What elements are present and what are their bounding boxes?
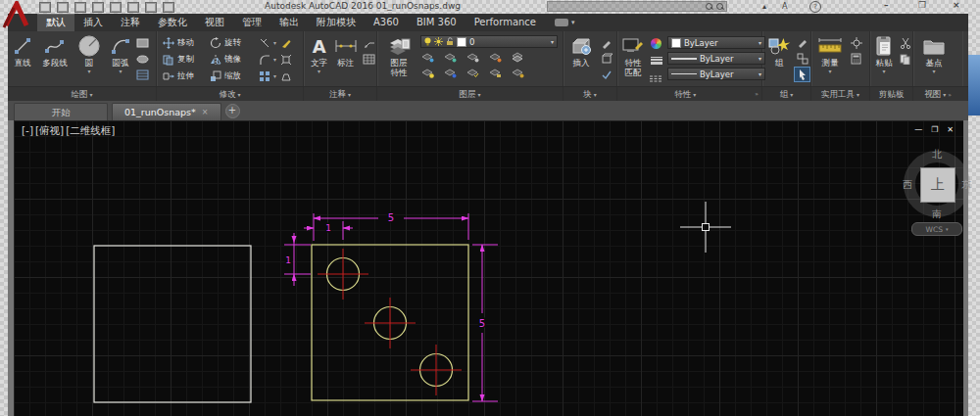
panel-label-modify[interactable]: 修改▾ <box>157 87 304 102</box>
cut-button[interactable] <box>898 36 912 50</box>
paste-button[interactable]: 粘贴 ▾ <box>873 34 895 73</box>
viewcube-south[interactable]: 南 <box>932 208 942 221</box>
hatch-button[interactable] <box>135 68 150 81</box>
ribbon-tab-addins[interactable]: 附加模块 <box>308 14 365 31</box>
dialog-launcher-icon[interactable]: » <box>755 87 759 101</box>
ribbon-tab-output[interactable]: 输出 <box>270 14 308 31</box>
layer-unlock2-button[interactable] <box>488 66 503 79</box>
layer-properties-button[interactable]: 图层 特性 <box>382 34 416 77</box>
redo-icon[interactable] <box>145 2 157 13</box>
panel-label-clipboard[interactable]: 剪贴板 <box>870 87 913 102</box>
trim-button[interactable] <box>257 36 271 50</box>
lineweight-dropdown[interactable]: ByLayer ▾ <box>667 52 765 65</box>
array-button[interactable] <box>257 69 271 83</box>
ribbon-tab-manage[interactable]: 管理 <box>233 14 270 31</box>
ribbon-tab-bim360[interactable]: BIM 360 <box>408 14 466 31</box>
ribbon-tab-a360[interactable]: A360 <box>365 14 408 31</box>
layer-off-button[interactable] <box>420 50 435 64</box>
object-color-dropdown[interactable]: ByLayer ▾ <box>667 36 765 49</box>
file-tab-close-icon[interactable]: × <box>202 104 209 120</box>
layer-lock-button[interactable] <box>488 50 503 64</box>
group-selection-toggle[interactable] <box>795 68 809 81</box>
plot-icon[interactable] <box>110 2 122 13</box>
panel-label-annotate[interactable]: 注释▾ <box>304 87 377 102</box>
lineweight-list-button[interactable] <box>649 54 663 68</box>
ribbon-tab-parametric[interactable]: 参数化 <box>149 14 196 31</box>
dimension-button[interactable]: 标注 <box>333 34 358 68</box>
measure-button[interactable]: 测量 ▾ <box>815 34 845 73</box>
block-create-button[interactable] <box>599 52 613 66</box>
panel-label-draw[interactable]: 绘图▾ <box>8 87 157 102</box>
infocenter-search-input[interactable] <box>547 1 727 12</box>
save-as-icon[interactable] <box>92 2 104 13</box>
ribbon-tab-view[interactable]: 视图 <box>196 14 233 31</box>
linetype-list-button[interactable] <box>649 71 663 85</box>
window-minimize-button[interactable]: – <box>884 0 889 10</box>
layer-make-current-button[interactable] <box>420 66 435 79</box>
offset-button[interactable] <box>278 69 293 83</box>
layer-match-button[interactable] <box>511 50 525 64</box>
layer-merge-button[interactable] <box>511 66 525 79</box>
text-button[interactable]: A 文字 ▾ <box>309 34 329 73</box>
autocad-logo-icon[interactable] <box>2 1 29 28</box>
signin-icon[interactable]: ▴ <box>762 2 766 11</box>
viewcube-north[interactable]: 北 <box>932 148 942 162</box>
rotate-button[interactable]: 旋转 <box>210 37 255 49</box>
insert-block-button[interactable]: 插入 <box>567 34 595 68</box>
block-edit-button[interactable] <box>599 36 613 50</box>
copy-button[interactable]: 复制 <box>163 54 208 66</box>
block-attribute-button[interactable] <box>599 68 613 81</box>
group-button[interactable]: 组 <box>766 34 792 68</box>
layer-prev-button[interactable] <box>443 66 458 79</box>
ribbon-tab-insert[interactable]: 插入 <box>74 14 112 31</box>
line-button[interactable]: 直线 <box>8 34 37 68</box>
save-icon[interactable] <box>74 2 86 13</box>
a360-icon[interactable]: A <box>782 2 787 11</box>
wcs-dropdown[interactable]: WCS ▾ <box>911 222 962 236</box>
layer-state-button[interactable] <box>466 66 480 79</box>
id-point-button[interactable] <box>849 36 863 50</box>
layer-freeze-button[interactable] <box>466 50 480 64</box>
color-wheel-button[interactable] <box>649 36 663 50</box>
panel-label-layers[interactable]: 图层▾ <box>377 87 564 102</box>
panel-label-properties[interactable]: 特性▾» <box>617 87 762 102</box>
help-icon[interactable]: ? <box>809 1 821 13</box>
panel-label-utilities[interactable]: 实用工具▾ <box>811 87 870 102</box>
leader-button[interactable] <box>362 36 376 50</box>
undo-icon[interactable] <box>127 2 139 13</box>
viewcube-east[interactable]: 东 <box>961 178 971 192</box>
ribbon-tab-home[interactable]: 默认 <box>37 14 74 31</box>
model-space-canvas[interactable]: [-] [俯视] [二维线框] — ❐ ✕ <box>14 120 963 416</box>
arc-button[interactable]: 圆弧 ▾ <box>106 34 135 73</box>
base-view-button[interactable]: 基点 ▾ <box>919 34 949 73</box>
move-button[interactable]: 移动 <box>163 37 208 49</box>
layer-select-dropdown[interactable]: 0 ▾ <box>420 35 558 48</box>
group-edit-button[interactable] <box>795 52 809 66</box>
file-tab-start[interactable]: 开始 <box>14 103 108 120</box>
left-square[interactable] <box>94 246 251 402</box>
ungroup-button[interactable] <box>795 36 809 50</box>
fillet-button[interactable] <box>257 53 271 67</box>
stretch-button[interactable]: 拉伸 <box>163 70 208 82</box>
ribbon-tab-performance[interactable]: Performance <box>466 14 545 31</box>
scale-button[interactable]: 缩放 <box>210 70 255 82</box>
quick-calc-button[interactable] <box>849 52 863 66</box>
window-restore-button[interactable]: ❐ <box>918 0 926 10</box>
match-properties-button[interactable]: 特性 匹配 <box>621 34 645 77</box>
layer-isolate-button[interactable] <box>443 50 458 64</box>
polyline-button[interactable]: 多段线 <box>37 34 73 68</box>
window-close-button[interactable]: × <box>953 0 960 10</box>
viewcube-west[interactable]: 西 <box>903 178 912 192</box>
open-file-icon[interactable] <box>57 2 69 13</box>
ribbon-display-toggle-button[interactable]: ▾ <box>555 14 575 31</box>
file-tab-drawing[interactable]: 01_runOsnaps* × <box>112 103 221 120</box>
new-file-icon[interactable] <box>39 2 51 13</box>
viewcube-top-face[interactable]: 上 <box>920 167 956 203</box>
new-drawing-tab-button[interactable]: + <box>225 104 240 118</box>
viewcube[interactable]: 北 西 东 南 上 <box>900 147 974 221</box>
explode-button[interactable] <box>278 53 293 67</box>
panel-label-groups[interactable]: 组▾ <box>762 87 811 102</box>
ellipse-button[interactable] <box>135 52 150 66</box>
erase-button[interactable] <box>278 36 293 50</box>
workspace-icon[interactable] <box>163 2 174 13</box>
